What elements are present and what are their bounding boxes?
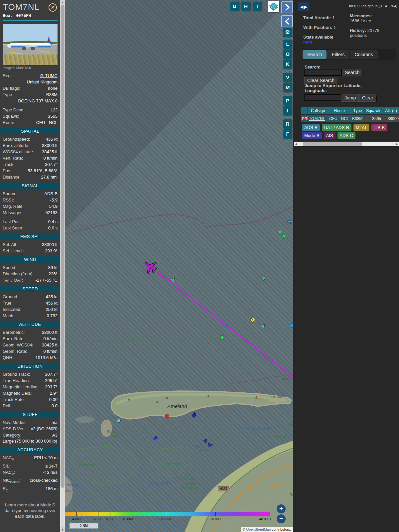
row-callsign[interactable]: TOM7NL	[308, 115, 328, 122]
search-input[interactable]	[304, 69, 342, 76]
source-badge-mode-s[interactable]: Mode-S	[302, 132, 322, 139]
data-label: Last Pos.:	[3, 218, 22, 225]
data-row: RSSI:-5.9	[0, 197, 60, 203]
data-label: TAT / OAT:	[3, 277, 23, 283]
column-header[interactable]: Type	[351, 107, 364, 114]
registration-link[interactable]: G-TUMC	[15, 72, 58, 79]
aircraft-marker[interactable]	[170, 277, 176, 283]
stats-here-link[interactable]: here	[303, 40, 312, 45]
tab-columns[interactable]: Columns	[350, 50, 377, 59]
sidebar-width-toggle[interactable]: ◀▶	[298, 2, 309, 11]
sidebar-expand-button[interactable]	[281, 1, 293, 13]
data-label: NACP:	[3, 455, 15, 463]
clear-jump-button[interactable]: Clear	[359, 94, 376, 102]
section-header: STUFF	[0, 411, 60, 418]
map-hotkey-f[interactable]: F	[283, 129, 292, 139]
map-button-t[interactable]: T	[253, 2, 262, 11]
column-header[interactable]	[301, 107, 308, 114]
data-row: Type:B38M	[0, 91, 60, 98]
column-header[interactable]: Alt. (ft)	[382, 107, 399, 114]
aircraft-marker[interactable]	[164, 413, 170, 419]
jump-input[interactable]	[304, 94, 342, 101]
data-row: QNH:1013.6 hPa	[0, 354, 60, 361]
map[interactable]: NederlandNederlandFryslânAmelandDe HônAm…	[65, 0, 293, 532]
aircraft-marker[interactable]	[219, 334, 225, 340]
source-badge-ads-c[interactable]: ADS-C	[337, 132, 355, 139]
scroll-left-icon[interactable]: ◀	[294, 142, 298, 146]
map-hotkey-p[interactable]: P	[283, 96, 292, 105]
data-row: TAT / OAT:-27 / -55 °C	[0, 277, 60, 283]
data-value: 293.9°	[26, 248, 58, 254]
osm-link[interactable]: © OpenStreetMap	[243, 527, 271, 531]
legend-tick	[110, 512, 110, 516]
scroll-up-icon[interactable]: ▲	[60, 0, 65, 5]
aircraft-marker[interactable]	[224, 324, 230, 330]
settings-button[interactable]: ⚙	[283, 28, 292, 37]
scrollbar-thumb[interactable]	[61, 5, 65, 488]
source-badge-ais[interactable]: AIS	[324, 132, 335, 139]
row-route: CFU - NCL	[328, 115, 351, 122]
table-horizontal-scrollbar[interactable]: ◀ ▶	[294, 142, 399, 146]
data-row: Msg. Rate:54.9	[0, 203, 60, 209]
data-row: Mach:0.792	[0, 313, 60, 319]
aircraft-marker[interactable]	[207, 442, 213, 448]
scrollbar-thumb[interactable]	[303, 142, 362, 146]
map-button-u[interactable]: U	[230, 2, 239, 11]
layers-button[interactable]	[268, 1, 279, 12]
tab-filters[interactable]: Filters	[327, 50, 349, 59]
source-badge-uat-ads-r[interactable]: UAT / ADS-R	[322, 124, 351, 131]
map-button-h[interactable]: H	[241, 2, 250, 11]
uk-flag-icon	[302, 116, 308, 120]
map-hotkey-k[interactable]: K	[283, 60, 292, 69]
data-value: 53.619°, 5.683°	[15, 168, 58, 174]
aircraft-marker[interactable]	[261, 276, 267, 282]
data-row: Route:CFU - NCL	[0, 119, 60, 126]
data-row: DB flags:none	[0, 85, 60, 91]
data-label: Distance:	[3, 174, 21, 180]
zoom-out-button[interactable]: −	[277, 514, 286, 523]
map-hotkey-o[interactable]: O	[283, 50, 292, 59]
scroll-right-icon[interactable]: ▶	[395, 142, 399, 146]
map-hotkey-l[interactable]: L	[283, 40, 292, 49]
close-icon[interactable]: ✕	[49, 3, 57, 12]
map-hotkey-m[interactable]: M	[283, 83, 292, 92]
jump-label: Jump to Airport or Latitude, Longitude:	[305, 83, 381, 93]
aircraft-marker[interactable]	[287, 219, 293, 225]
source-badge-mlat[interactable]: MLAT	[353, 124, 369, 131]
column-header[interactable]: Route	[328, 107, 351, 114]
jump-button[interactable]: Jump	[341, 94, 359, 102]
map-hotkey-i[interactable]: I	[283, 106, 292, 115]
aircraft-marker[interactable]	[281, 234, 287, 240]
left-panel-scrollbar[interactable]: ▲ ▼	[60, 0, 65, 532]
aircraft-marker[interactable]	[116, 418, 122, 424]
data-label: Roll:	[3, 403, 11, 409]
selected-aircraft-icon[interactable]	[143, 259, 158, 274]
sidebar-collapse-button[interactable]	[281, 15, 293, 27]
data-label: ADS-B Ver.:	[3, 426, 26, 432]
column-header[interactable]: Callsign	[308, 107, 328, 114]
aircraft-marker[interactable]	[250, 317, 256, 323]
table-row[interactable]: TOM7NLCFU - NCLB38M356538000	[301, 115, 399, 122]
source-badge-ads-b[interactable]: ADS-B	[302, 124, 320, 131]
aircraft-marker[interactable]	[152, 435, 158, 441]
column-header[interactable]: Squawk	[364, 107, 382, 114]
aircraft-photo[interactable]	[3, 24, 58, 65]
source-badge-tis-b[interactable]: TIS-B	[371, 124, 387, 131]
map-hotkey-r[interactable]: R	[283, 119, 292, 129]
data-row: Speed:89 kt	[0, 264, 60, 271]
data-label: Vert. Rate:	[3, 155, 23, 161]
section-header: WIND	[0, 256, 60, 263]
aircraft-marker[interactable]	[289, 323, 293, 329]
github-link[interactable]: tar1090 on github (3.14.1764)	[349, 4, 397, 8]
aircraft-marker[interactable]	[260, 324, 266, 330]
search-button[interactable]: Search	[342, 69, 362, 76]
data-value: 0.0 s	[25, 225, 58, 231]
map-hotkey-v[interactable]: V	[283, 73, 292, 82]
data-label: Route:	[3, 119, 15, 126]
tab-search[interactable]: Search	[303, 50, 327, 59]
chevron-left-icon	[285, 18, 290, 25]
zoom-in-button[interactable]: +	[277, 504, 286, 513]
scroll-down-icon[interactable]: ▼	[60, 527, 65, 532]
aircraft-marker[interactable]	[191, 412, 197, 418]
data-value: BOEING 737 MAX 8	[5, 98, 58, 104]
